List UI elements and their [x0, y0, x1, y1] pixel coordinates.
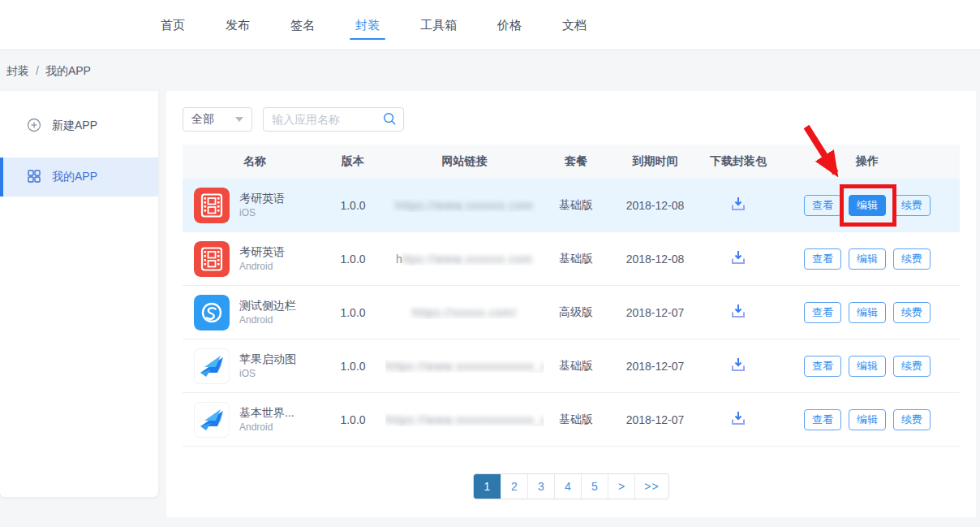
next-page-button[interactable]: > [608, 474, 634, 499]
renew-button[interactable]: 续费 [893, 248, 931, 270]
app-url: https://www.xxxxxxxxxxxx_x... [385, 360, 544, 373]
nav-item-publish[interactable]: 发布 [226, 0, 250, 50]
bird-icon [194, 402, 230, 438]
category-select-value: 全部 [191, 112, 214, 127]
app-plan: 基础版 [544, 252, 608, 266]
page-button-1[interactable]: 1 [474, 474, 501, 499]
app-name: 考研英语 [239, 244, 285, 260]
chevron-down-icon [235, 117, 243, 122]
breadcrumb: 封装/我的APP [6, 50, 91, 91]
last-page-button[interactable]: >> [634, 474, 668, 499]
category-select[interactable]: 全部 [183, 107, 252, 132]
edit-button[interactable]: 编辑 [849, 248, 886, 270]
column-header-download: 下载封装包 [702, 154, 775, 169]
app-url: https://www.xxxxxx.com [385, 199, 544, 212]
blurred-url-text: ttps://www.xxxxxx.com [402, 253, 533, 266]
table-row: 考研英语 iOS 1.0.0 https://www.xxxxxx.com 基础… [183, 179, 960, 232]
app-url: https://www.xxxxxx.com [385, 253, 544, 266]
edit-button[interactable]: 编辑 [849, 409, 886, 430]
view-button[interactable]: 查看 [804, 248, 841, 270]
film-icon [194, 241, 230, 277]
app-platform: iOS [239, 206, 285, 219]
pagination: 1 2 3 4 5 > >> [473, 473, 669, 499]
app-version: 1.0.0 [320, 306, 385, 319]
app-name: 基本世界... [239, 405, 294, 421]
sidebar-item-my-apps[interactable]: 我的APP [0, 158, 158, 197]
renew-button[interactable]: 续费 [893, 195, 931, 216]
top-navigation: 首页 发布 签名 封装 工具箱 价格 文档 [0, 0, 980, 50]
nav-item-toolbox[interactable]: 工具箱 [420, 0, 457, 50]
download-icon[interactable] [728, 354, 749, 378]
app-expiry: 2018-12-07 [608, 413, 702, 426]
table-row: 测试侧边栏 Android 1.0.0 https://xxxxx.com/ 高… [183, 286, 960, 339]
page-button-2[interactable]: 2 [501, 474, 527, 499]
nav-item-home[interactable]: 首页 [161, 0, 185, 50]
page-button-4[interactable]: 4 [554, 474, 581, 499]
page-button-3[interactable]: 3 [527, 474, 554, 499]
app-platform: Android [239, 260, 285, 273]
app-expiry: 2018-12-07 [608, 360, 702, 373]
view-button[interactable]: 查看 [804, 356, 841, 377]
edit-button[interactable]: 编辑 [849, 302, 886, 323]
renew-button[interactable]: 续费 [893, 356, 931, 377]
app-expiry: 2018-12-08 [608, 253, 702, 266]
nav-item-signature[interactable]: 签名 [290, 0, 315, 50]
filter-controls: 全部 [183, 107, 404, 132]
app-name: 苹果启动图 [239, 352, 296, 367]
edit-button[interactable]: 编辑 [849, 195, 886, 216]
download-icon[interactable] [728, 300, 749, 324]
app-url: https://xxxxx.com/ [385, 306, 544, 319]
view-button[interactable]: 查看 [804, 195, 841, 216]
view-button[interactable]: 查看 [804, 302, 841, 323]
sidebar-item-label: 我的APP [52, 170, 97, 184]
view-button[interactable]: 查看 [804, 409, 841, 430]
column-header-plan: 套餐 [544, 154, 608, 169]
app-plan: 高级版 [544, 305, 608, 320]
app-version: 1.0.0 [320, 199, 385, 212]
download-icon[interactable] [728, 408, 749, 431]
nav-item-price[interactable]: 价格 [497, 0, 522, 50]
table-row: 基本世界... Android 1.0.0 https://www.xxxxxx… [183, 393, 960, 447]
app-version: 1.0.0 [320, 360, 385, 373]
nav-item-docs[interactable]: 文档 [562, 0, 587, 50]
table-header-row: 名称 版本 网站链接 套餐 到期时间 下载封装包 操作 [183, 145, 960, 179]
sidebar-item-label: 新建APP [52, 119, 97, 133]
blurred-url-text: https://www.xxxxxxxxxxxx_x [385, 360, 544, 373]
apps-table: 名称 版本 网站链接 套餐 到期时间 下载封装包 操作 考研英语 iOS 1.0… [183, 145, 960, 447]
search-icon[interactable] [382, 111, 397, 128]
table-row: 考研英语 Android 1.0.0 https://www.xxxxxx.co… [183, 232, 960, 286]
edit-button[interactable]: 编辑 [849, 356, 886, 377]
page-button-5[interactable]: 5 [581, 474, 608, 499]
blurred-url-text: https://www.xxxxxx.com [396, 199, 534, 212]
blurred-url-text: https://xxxxx.com/ [412, 306, 517, 319]
renew-button[interactable]: 续费 [893, 409, 931, 430]
s-logo-icon [194, 295, 230, 330]
app-plan: 基础版 [544, 413, 608, 427]
column-header-name: 名称 [183, 154, 320, 169]
blurred-url-text: https://www.xxxxxxxxxxxx_x [385, 413, 544, 426]
bird-icon [194, 348, 230, 384]
renew-button[interactable]: 续费 [893, 302, 931, 323]
breadcrumb-parent[interactable]: 封装 [6, 64, 29, 77]
main-panel: 全部 名称 版本 网站链接 套餐 到期时间 下载封装包 操作 考研英语 [166, 91, 976, 517]
column-header-version: 版本 [320, 154, 385, 169]
table-row: 苹果启动图 iOS 1.0.0 https://www.xxxxxxxxxxxx… [183, 339, 960, 393]
app-version: 1.0.0 [320, 253, 385, 266]
app-platform: iOS [239, 367, 296, 380]
search-box [263, 107, 404, 132]
download-icon[interactable] [728, 193, 749, 217]
app-name: 考研英语 [239, 191, 285, 206]
breadcrumb-current: 我的APP [45, 64, 91, 77]
breadcrumb-separator: / [36, 64, 39, 77]
nav-item-package[interactable]: 封装 [355, 0, 380, 50]
sidebar: 新建APP 我的APP [0, 91, 158, 497]
search-input[interactable] [272, 113, 382, 126]
download-icon[interactable] [728, 247, 749, 270]
app-name: 测试侧边栏 [239, 298, 296, 313]
app-platform: Android [239, 313, 296, 326]
app-url: https://www.xxxxxxxxxxxx_x... [385, 413, 544, 426]
grid-icon [27, 169, 41, 186]
app-plan: 基础版 [544, 359, 608, 374]
sidebar-item-new-app[interactable]: 新建APP [0, 106, 158, 146]
app-expiry: 2018-12-07 [608, 306, 702, 319]
